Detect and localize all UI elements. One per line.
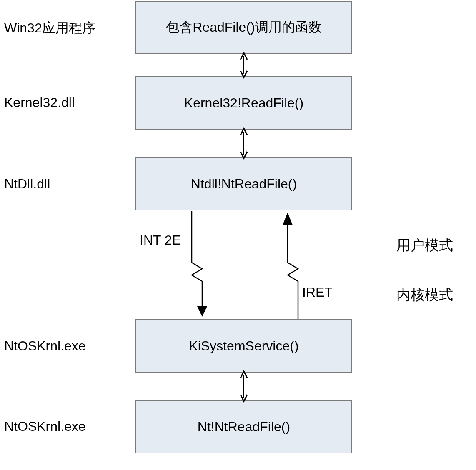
arrow-iret-head (283, 212, 293, 225)
annotation-iret: IRET (302, 285, 333, 300)
label-ntdll-dll: NtDll.dll (4, 176, 50, 192)
mode-divider (0, 268, 476, 268)
box-readfile-call: 包含ReadFile()调用的函数 (135, 1, 352, 54)
arrows-layer (0, 0, 476, 470)
box-text: Nt!NtReadFile() (198, 419, 290, 435)
label-kernel-mode: 内核模式 (396, 285, 453, 305)
label-kernel32-dll: Kernel32.dll (4, 95, 75, 110)
arrow-iret (288, 225, 298, 319)
annotation-int2e: INT 2E (140, 232, 181, 248)
arrow-int2e (192, 211, 202, 308)
box-kisystemservice: KiSystemService() (135, 319, 352, 372)
arrow-int2e-head (197, 306, 207, 317)
box-text: Kernel32!ReadFile() (184, 95, 303, 111)
label-ntoskrnl-1: NtOSKrnl.exe (4, 338, 86, 354)
label-ntoskrnl-2: NtOSKrnl.exe (4, 419, 86, 434)
call-stack-diagram: Win32应用程序 Kernel32.dll NtDll.dll NtOSKrn… (0, 0, 476, 470)
box-text: 包含ReadFile()调用的函数 (166, 18, 321, 37)
box-kernel32-readfile: Kernel32!ReadFile() (135, 76, 352, 130)
label-user-mode: 用户模式 (396, 236, 453, 255)
box-text: KiSystemService() (189, 338, 298, 354)
box-nt-ntreadfile: Nt!NtReadFile() (135, 400, 352, 453)
box-ntdll-ntreadfile: Ntdll!NtReadFile() (135, 157, 352, 210)
label-win32-app: Win32应用程序 (4, 19, 95, 38)
box-text: Ntdll!NtReadFile() (191, 176, 297, 192)
